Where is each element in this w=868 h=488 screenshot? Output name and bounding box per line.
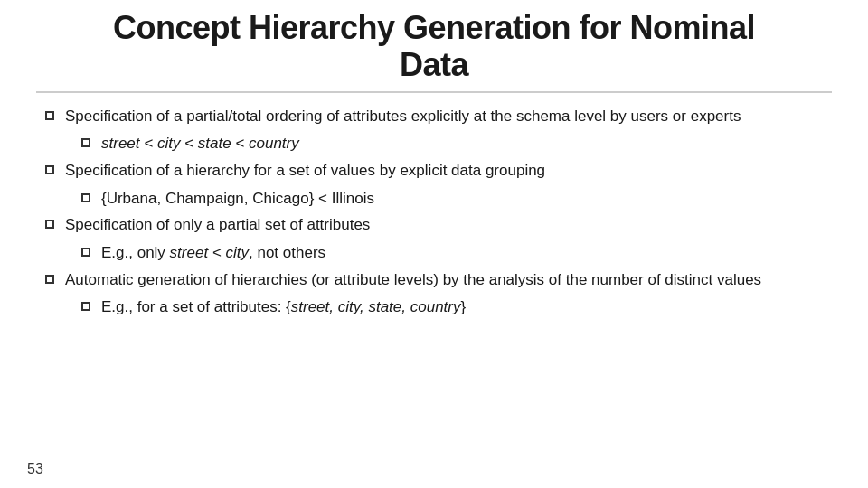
bullet-marker-4	[45, 271, 65, 284]
bullet-text-1: Specification of a partial/total orderin…	[65, 106, 832, 128]
bullet-item-1: Specification of a partial/total orderin…	[45, 106, 832, 128]
bullet-group-2: Specification of a hierarchy for a set o…	[45, 160, 832, 210]
sub-bullet-text-1a: street < city < state < country	[101, 133, 832, 155]
bullet-square-icon-4	[45, 275, 54, 284]
bullet-square-icon-3	[45, 220, 54, 229]
sub-bullet-square-icon	[81, 138, 90, 147]
sub-bullet-square-icon-4	[81, 302, 90, 311]
bullet-item-3: Specification of only a partial set of a…	[45, 214, 832, 237]
sub-bullet-item-3a: E.g., only street < city, not others	[81, 242, 832, 265]
title-area: Concept Hierarchy Generation for Nominal…	[36, 0, 832, 93]
sub-bullet-text-4a: E.g., for a set of attributes: {street, …	[101, 296, 832, 319]
bullet-square-icon-2	[45, 165, 54, 174]
bullet-text-2: Specification of a hierarchy for a set o…	[65, 160, 832, 183]
sub-bullet-square-icon-2	[81, 193, 90, 202]
sub-bullet-text-2a: {Urbana, Champaign, Chicago} < Illinois	[101, 188, 832, 211]
title-line2: Data	[400, 46, 468, 83]
sub-bullet-marker-4a	[81, 298, 101, 314]
bullet-group-1: Specification of a partial/total orderin…	[45, 106, 832, 155]
sub-bullet-item-4a: E.g., for a set of attributes: {street, …	[81, 296, 832, 319]
bullet-text-3: Specification of only a partial set of a…	[65, 214, 832, 237]
sub-bullet-marker-3a	[81, 244, 101, 260]
page-number: 53	[27, 461, 43, 477]
bullet-marker-3	[45, 216, 65, 229]
slide-container: Concept Hierarchy Generation for Nominal…	[0, 0, 868, 488]
bullet-text-4: Automatic generation of hierarchies (or …	[65, 269, 832, 292]
sub-bullet-marker-1a	[81, 135, 101, 151]
bullet-square-icon	[45, 111, 54, 120]
bullet-group-3: Specification of only a partial set of a…	[45, 214, 832, 264]
sub-bullet-marker-2a	[81, 190, 101, 206]
sub-bullet-item-2a: {Urbana, Champaign, Chicago} < Illinois	[81, 188, 832, 211]
slide-title: Concept Hierarchy Generation for Nominal…	[36, 9, 832, 84]
bullet-item-2: Specification of a hierarchy for a set o…	[45, 160, 832, 183]
sub-bullet-item-1a: street < city < state < country	[81, 133, 832, 155]
bullet-item-4: Automatic generation of hierarchies (or …	[45, 269, 832, 292]
bullet-group-4: Automatic generation of hierarchies (or …	[45, 269, 832, 319]
sub-bullet-text-3a: E.g., only street < city, not others	[101, 242, 832, 265]
title-line1: Concept Hierarchy Generation for Nominal	[113, 9, 755, 46]
content-area: Specification of a partial/total orderin…	[36, 106, 832, 461]
sub-bullet-square-icon-3	[81, 248, 90, 257]
bullet-marker-1	[45, 108, 65, 120]
bullet-marker-2	[45, 162, 65, 174]
